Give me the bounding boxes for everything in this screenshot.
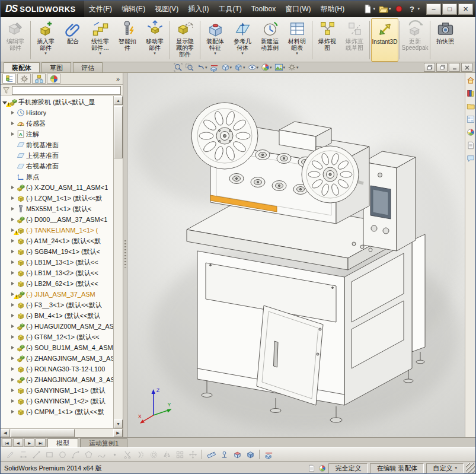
tree-vertical-scrollbar[interactable]: ▲ ▼ xyxy=(113,96,123,428)
scrollbar-track[interactable] xyxy=(10,429,113,437)
point-tool-icon[interactable] xyxy=(108,448,121,460)
expand-arrow-icon[interactable] xyxy=(10,335,15,340)
open-document-button[interactable]: ▾ xyxy=(377,2,393,15)
view-palette-tab[interactable] xyxy=(466,114,475,125)
expand-arrow-icon[interactable] xyxy=(2,100,8,105)
evaluate-icon[interactable] xyxy=(244,448,257,460)
maximize-button[interactable]: □ xyxy=(442,4,457,15)
minimize-button[interactable]: – xyxy=(426,4,441,15)
tree-item[interactable]: (-) HUAGUIZ00M_ASM_2_AS xyxy=(1,321,113,332)
spline-tool-icon[interactable] xyxy=(95,448,108,460)
zoom-to-area-button[interactable]: ▾ xyxy=(184,62,195,72)
expand-arrow-icon[interactable] xyxy=(10,206,15,212)
appearances-scenes-tab[interactable] xyxy=(466,127,475,138)
tree-item[interactable]: (-) LB1M_13<2> (默认<< xyxy=(1,268,113,278)
expand-arrow-icon[interactable] xyxy=(10,217,15,222)
instant3d-button[interactable]: Instant3D ▾ xyxy=(371,18,398,62)
circle-tool-icon[interactable] xyxy=(56,448,69,460)
reference-geometry-button[interactable]: 参考几 何体 ▾ xyxy=(229,18,256,62)
edit-appearance-button[interactable]: ▾ xyxy=(260,62,273,72)
linear-component-pattern-button[interactable]: 线性零 部件… ▾ xyxy=(87,18,114,62)
move-component-button[interactable]: 移动零 部件 ▾ xyxy=(141,18,168,62)
view-settings-button[interactable]: ▾ xyxy=(286,62,300,72)
tree-item[interactable]: (-) CMPM_1<1> (默认<<默 xyxy=(1,406,113,417)
expand-arrow-icon[interactable] xyxy=(10,377,15,383)
rectangle-tool-icon[interactable] xyxy=(43,448,56,460)
line-tool-icon[interactable] xyxy=(30,448,43,460)
tree-item[interactable]: 上视基准面 xyxy=(1,150,113,161)
tree-item[interactable]: 右视基准面 xyxy=(1,161,113,171)
section-view-button[interactable]: ▾ xyxy=(209,62,220,72)
scrollbar-track[interactable] xyxy=(114,105,123,419)
menu-item[interactable]: Toolbox xyxy=(247,1,280,17)
tree-root-item[interactable]: 手机擦胶机 (默认<默认_显 xyxy=(1,97,113,107)
model-tab[interactable]: 模型 xyxy=(47,438,78,447)
scrollbar-thumb[interactable] xyxy=(114,106,123,158)
expand-arrow-icon[interactable] xyxy=(10,345,15,351)
edit-component-button[interactable]: 编辑零 部件 ▾ xyxy=(2,18,29,62)
insert-components-button[interactable]: 插入零 部件 ▾ xyxy=(32,18,59,62)
assembly-features-button[interactable]: 装配体 特征 ▾ xyxy=(202,18,229,62)
sketch-tool-icon[interactable] xyxy=(4,448,17,460)
polygon-tool-icon[interactable] xyxy=(82,448,95,460)
mass-properties-icon[interactable] xyxy=(218,448,231,460)
tree-item[interactable]: History xyxy=(1,107,113,118)
menu-item[interactable]: 窗口(W) xyxy=(280,1,315,17)
update-speedpak-button[interactable]: 更新 Speedpak ▾ xyxy=(401,18,429,62)
tree-item[interactable]: (-) TANKELIANM_1<1> ( xyxy=(1,225,113,236)
tree-item[interactable]: (-) ROLNAG30-T3-12-L100 xyxy=(1,364,113,374)
featuremanager-tab[interactable] xyxy=(2,74,16,84)
move-entities-icon[interactable] xyxy=(186,448,199,460)
menu-item[interactable]: 文件(F) xyxy=(84,1,117,17)
expand-arrow-icon[interactable] xyxy=(10,142,15,148)
scrollbar-thumb[interactable] xyxy=(11,429,75,437)
scroll-up-button[interactable]: ▲ xyxy=(114,96,123,105)
offset-entities-icon[interactable] xyxy=(147,448,160,460)
resize-grip[interactable] xyxy=(466,463,475,473)
apply-scene-button[interactable]: ▾ xyxy=(273,62,287,72)
tree-item[interactable]: (-) LB2M_62<1> (默认<< xyxy=(1,278,113,289)
expand-arrow-icon[interactable] xyxy=(10,196,15,201)
expand-arrow-icon[interactable] xyxy=(10,110,15,116)
design-library-tab[interactable] xyxy=(466,88,475,98)
tree-item[interactable]: (-) GANYINGM_1<1> (默认 xyxy=(1,385,113,396)
forum-tab[interactable] xyxy=(466,153,475,164)
expand-arrow-icon[interactable] xyxy=(10,249,15,255)
propertymanager-tab[interactable] xyxy=(17,74,31,84)
tree-item[interactable]: (-) A1M_24<1> (默认<<默 xyxy=(1,236,113,246)
tree-item[interactable]: (-) GANYINGM_1<2> (默认 xyxy=(1,396,113,406)
expand-arrow-icon[interactable] xyxy=(10,313,15,319)
expand-arrow-icon[interactable] xyxy=(10,388,15,393)
menu-item[interactable]: 帮助(H) xyxy=(315,1,349,17)
custom-properties-tab[interactable] xyxy=(466,140,475,151)
previous-view-button[interactable]: ▾ xyxy=(195,62,209,72)
tab-scroll-button[interactable]: ▶| xyxy=(36,438,46,447)
tab-assembly[interactable]: 装配体 xyxy=(4,62,40,72)
configurationmanager-tab[interactable] xyxy=(32,74,46,84)
tree-horizontal-scrollbar[interactable]: ◀ ▶ xyxy=(1,428,123,437)
menu-item[interactable]: 编辑(E) xyxy=(117,1,150,17)
expand-arrow-icon[interactable] xyxy=(10,292,15,297)
expand-arrow-icon[interactable] xyxy=(10,174,15,180)
tab-scroll-button[interactable]: ▶ xyxy=(24,438,34,447)
expand-arrow-icon[interactable] xyxy=(10,399,15,404)
mirror-entities-icon[interactable] xyxy=(160,448,173,460)
linear-sketch-pattern-icon[interactable] xyxy=(173,448,186,460)
expand-arrow-icon[interactable] xyxy=(10,121,15,126)
expand-arrow-icon[interactable] xyxy=(10,367,15,372)
view-orientation-button[interactable]: ▾ xyxy=(220,62,234,72)
smart-dimension-icon[interactable] xyxy=(17,448,30,460)
tree-item[interactable]: A 注解 xyxy=(1,129,113,139)
show-hidden-components-button[interactable]: 显示隐 藏的零 部件 ▾ xyxy=(171,18,199,62)
tree-item[interactable]: (-) JIJIA_ASM_37_ASM xyxy=(1,289,113,300)
doc-minimize-button[interactable] xyxy=(449,63,460,72)
measure-tool-icon[interactable] xyxy=(205,448,218,460)
arc-tool-icon[interactable] xyxy=(69,448,82,460)
expand-arrow-icon[interactable] xyxy=(10,228,15,233)
solidworks-resources-tab[interactable] xyxy=(466,75,475,85)
tree-item[interactable]: 传感器 xyxy=(1,118,113,129)
tree-item[interactable]: (-) D000__ASM_37_ASM<1 xyxy=(1,214,113,225)
mate-button[interactable]: 配合 ▾ xyxy=(59,18,87,62)
hide-show-items-button[interactable]: ▾ xyxy=(247,62,260,72)
expand-arrow-icon[interactable] xyxy=(10,271,15,276)
